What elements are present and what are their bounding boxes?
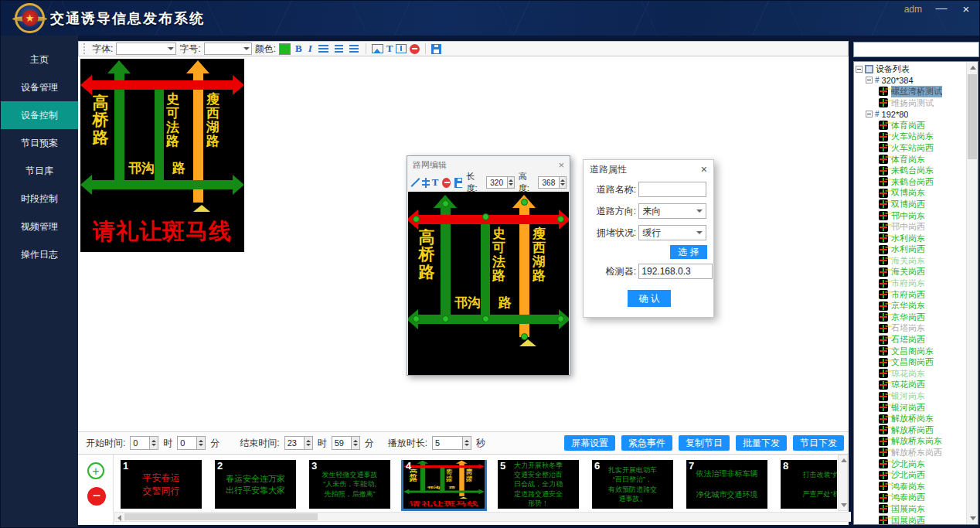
program-thumbnail-4[interactable]: 4高桥路史可法路瘦西湖路邗沟路请礼让斑马线 <box>403 460 485 509</box>
horizontal-scrollbar[interactable] <box>114 512 914 522</box>
font-select[interactable] <box>116 43 176 55</box>
lane-tool-icon[interactable] <box>422 178 428 188</box>
start-hour-stepper[interactable] <box>150 436 158 450</box>
scrollbar-thumb[interactable] <box>124 513 318 520</box>
scroll-down-icon[interactable] <box>970 516 976 520</box>
device-item[interactable]: 鸿泰岗西 <box>856 492 965 504</box>
align-left-icon[interactable] <box>318 45 328 53</box>
road-handle[interactable] <box>482 315 489 322</box>
device-item[interactable]: 水利岗东 <box>856 233 965 244</box>
device-item[interactable]: 文昌阁岗西 <box>856 356 965 368</box>
height-stepper[interactable] <box>560 176 567 189</box>
device-item[interactable]: 市府岗东 <box>856 278 965 289</box>
device-item[interactable]: 市府岗西 <box>856 289 965 301</box>
device-item[interactable]: 解放桥岗西 <box>856 424 965 436</box>
device-item[interactable]: 琼花岗西 <box>856 380 965 391</box>
search-input[interactable] <box>853 42 979 57</box>
device-item[interactable]: 水利岗西 <box>856 244 965 256</box>
font-size-select[interactable] <box>204 43 252 55</box>
device-item[interactable]: 双博岗东 <box>856 188 965 199</box>
device-item[interactable]: 石塔岗东 <box>856 323 965 335</box>
device-item[interactable]: 解放桥岗东 <box>856 413 965 424</box>
italic-button[interactable]: I <box>307 43 314 55</box>
action-button-2[interactable]: 紧急事件 <box>621 435 672 451</box>
save-icon[interactable] <box>454 178 462 188</box>
close-icon[interactable]: × <box>701 163 707 175</box>
road-direction-select[interactable]: 来向 <box>638 203 706 219</box>
sidebar-item-8[interactable]: 操作日志 <box>1 240 78 268</box>
device-item[interactable]: 海关岗西 <box>856 267 965 278</box>
text-tool-icon[interactable]: T <box>432 176 439 189</box>
dialog-titlebar[interactable]: 路网编辑 × <box>407 156 570 173</box>
close-button[interactable]: × <box>958 2 975 15</box>
device-item[interactable]: 沙北岗东 <box>856 458 965 470</box>
road-handle[interactable] <box>442 200 449 207</box>
tree-group-320*384[interactable]: #320*384 <box>856 75 965 87</box>
start-hour-input[interactable] <box>130 436 150 450</box>
program-thumbnail-8[interactable]: 8打击改装“炸 严查严处“机 <box>781 460 837 509</box>
sidebar-item-1[interactable]: 主页 <box>1 46 78 73</box>
sidebar-item-3[interactable]: 设备控制 <box>1 101 78 129</box>
device-item[interactable]: 火车站岗东 <box>856 131 965 143</box>
end-minute-stepper[interactable] <box>352 436 360 450</box>
road-name-input[interactable] <box>638 182 706 197</box>
color-swatch[interactable] <box>279 43 291 55</box>
draw-road-icon[interactable] <box>410 178 418 187</box>
collapse-icon[interactable] <box>866 77 873 83</box>
align-right-icon[interactable] <box>349 45 359 53</box>
end-hour-input[interactable] <box>284 436 305 450</box>
road-handle[interactable] <box>413 315 420 322</box>
device-item[interactable]: 体育岗西 <box>856 120 965 131</box>
road-network-canvas[interactable]: 高桥路史可法路瘦西湖路邗沟路 <box>408 192 569 375</box>
device-item[interactable]: 双博岗西 <box>856 199 965 210</box>
action-button-4[interactable]: 批量下发 <box>736 435 787 451</box>
device-item[interactable]: 海关岗东 <box>856 255 965 267</box>
sidebar-item-2[interactable]: 设备管理 <box>1 73 78 101</box>
device-item[interactable]: 维扬岗测试 <box>856 97 965 109</box>
height-input[interactable] <box>538 176 560 189</box>
sidebar-item-5[interactable]: 节目库 <box>1 157 78 185</box>
duration-input[interactable] <box>432 436 463 450</box>
delete-icon[interactable] <box>410 44 420 54</box>
scroll-left-icon[interactable] <box>117 515 121 521</box>
sign-preview[interactable]: 高桥路史可法路瘦西湖路邗沟路请礼让斑马线 <box>80 59 244 252</box>
length-stepper[interactable] <box>508 176 515 189</box>
select-button[interactable]: 选 择 <box>670 245 707 259</box>
tree-root[interactable]: 设备列表 <box>856 63 965 75</box>
device-item[interactable]: 国展岗东 <box>856 503 965 515</box>
road-handle[interactable] <box>413 216 420 223</box>
device-item[interactable]: 鸿泰岗东 <box>856 481 965 492</box>
road-handle[interactable] <box>521 333 528 340</box>
bold-button[interactable]: B <box>294 43 304 55</box>
program-thumbnail-1[interactable]: 1平安春运交警同行 <box>121 460 202 509</box>
device-item[interactable]: 银河岗东 <box>856 390 965 402</box>
sidebar-item-4[interactable]: 节目预案 <box>1 129 78 157</box>
end-minute-input[interactable] <box>332 436 352 450</box>
program-thumbnail-6[interactable]: 6扎实开展电动车“百日整治”，有效预防道路交通事故。 <box>592 460 673 509</box>
road-handle[interactable] <box>521 199 528 206</box>
device-item[interactable]: 解放桥东岗西 <box>856 447 965 458</box>
device-item[interactable]: 沙北岗西 <box>856 469 965 481</box>
device-item[interactable]: 来鹤台岗西 <box>856 176 965 188</box>
collapse-icon[interactable] <box>856 66 863 73</box>
device-item[interactable]: 体育岗东 <box>856 154 965 165</box>
program-thumbnail-7[interactable]: 7依法治理非标车辆 净化城市交通环境 <box>686 460 767 509</box>
program-thumbnail-2[interactable]: 2春运安全连万家出行平安靠大家 <box>215 460 296 509</box>
program-thumbnail-5[interactable]: 5大力开展秋冬季交通安全整治百日会战，全力稳定道路交通安全形势！ <box>498 460 579 509</box>
scroll-down-icon[interactable] <box>841 503 847 507</box>
minimize-button[interactable]: — <box>933 1 950 14</box>
device-item[interactable]: 琼花岗东 <box>856 368 965 380</box>
device-item[interactable]: 银河岗西 <box>856 402 965 414</box>
close-icon[interactable]: × <box>558 159 564 171</box>
align-center-icon[interactable] <box>335 45 343 53</box>
congestion-select[interactable]: 缓行 <box>638 225 706 240</box>
sidebar-item-6[interactable]: 时段控制 <box>1 185 78 213</box>
device-item[interactable]: 火车站岗西 <box>856 142 965 154</box>
save-icon[interactable] <box>431 44 441 54</box>
device-item[interactable]: 石塔岗西 <box>856 334 965 346</box>
tree-group-192*80[interactable]: #192*80 <box>856 108 965 120</box>
device-item[interactable]: 国展岗西 <box>856 515 965 525</box>
toolbar-grip[interactable] <box>83 43 87 54</box>
dialog-titlebar[interactable]: 道路属性 × <box>584 160 713 179</box>
road-handle[interactable] <box>557 216 564 223</box>
